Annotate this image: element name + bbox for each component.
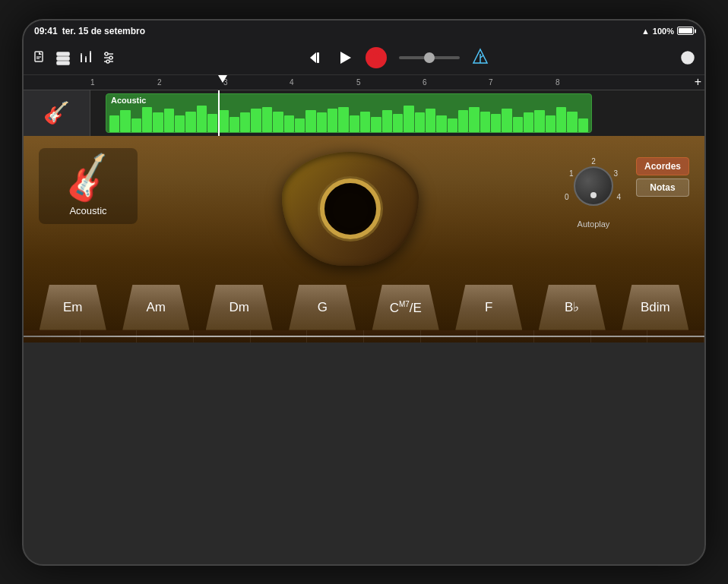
record-button[interactable] — [366, 47, 387, 68]
ruler: 1 2 3 4 5 6 7 8 + — [24, 75, 704, 90]
top-right-controls: 0 1 2 3 4 Autoplay Acordes — [563, 148, 689, 229]
autoplay-knob[interactable] — [574, 166, 613, 206]
knob-label-1: 1 — [569, 169, 574, 178]
track-header[interactable]: 🎸 — [24, 90, 90, 136]
svg-rect-4 — [57, 57, 69, 60]
status-bar: 09:41 ter. 15 de setembro ▲ 100% — [24, 21, 704, 42]
playhead-line — [218, 90, 220, 136]
ruler-mark-1: 1 — [90, 78, 95, 87]
notas-button[interactable]: Notas — [636, 178, 689, 197]
svg-marker-20 — [340, 52, 351, 64]
svg-rect-19 — [317, 52, 319, 63]
ruler-mark-6: 6 — [423, 78, 427, 87]
new-button[interactable] — [33, 50, 48, 65]
chord-am[interactable]: Am — [122, 285, 189, 330]
knob-label-3: 3 — [613, 169, 618, 178]
chord-bdim-label: Bdim — [641, 301, 670, 314]
status-time: 09:41 — [34, 26, 58, 36]
svg-point-15 — [105, 52, 108, 55]
instrument-area: 🎸 Acoustic 0 1 — [24, 136, 704, 343]
track-row: 🎸 Acoustic — [24, 90, 704, 136]
fretboard[interactable] — [24, 330, 704, 343]
chord-dm[interactable]: Dm — [206, 285, 273, 330]
metronome-button[interactable] — [472, 48, 489, 68]
svg-rect-6 — [81, 55, 82, 62]
guitar-thumbnail[interactable]: 🎸 Acoustic — [39, 148, 138, 224]
chord-bb[interactable]: B♭ — [539, 285, 606, 330]
chord-cm7e[interactable]: CM7/E — [372, 285, 439, 330]
chord-am-label: Am — [147, 301, 166, 314]
chord-em-label: Em — [63, 301, 83, 314]
string-6 — [24, 336, 704, 336]
svg-rect-8 — [85, 58, 87, 62]
acordes-button[interactable]: Acordes — [636, 157, 689, 175]
settings-button[interactable] — [101, 50, 116, 65]
svg-text:?: ? — [685, 53, 691, 62]
string-4 — [24, 336, 704, 337]
knob-label-0: 0 — [565, 193, 569, 201]
chord-f[interactable]: F — [455, 285, 522, 330]
knob-label-2: 2 — [591, 157, 596, 166]
svg-rect-10 — [90, 52, 91, 62]
mixer-button[interactable] — [78, 50, 93, 65]
chord-g-label: G — [318, 301, 328, 314]
playhead-marker — [218, 75, 227, 83]
svg-rect-3 — [57, 52, 69, 55]
knob-indicator — [590, 192, 597, 198]
tempo-slider[interactable] — [399, 56, 460, 59]
svg-rect-5 — [57, 62, 69, 65]
ruler-mark-4: 4 — [290, 78, 294, 87]
svg-rect-11 — [90, 51, 91, 52]
mode-buttons: Acordes Notas — [636, 157, 689, 197]
play-button[interactable] — [337, 49, 353, 66]
chord-bdim[interactable]: Bdim — [622, 285, 688, 330]
autoplay-knob-container: 0 1 2 3 4 — [563, 156, 624, 216]
status-date: ter. 15 de setembro — [62, 26, 145, 36]
chord-em[interactable]: Em — [40, 285, 106, 330]
toolbar: ? — [24, 42, 704, 75]
ruler-mark-5: 5 — [356, 78, 361, 87]
string-2 — [24, 336, 704, 337]
tracks-view-button[interactable] — [55, 50, 71, 65]
strings-container — [24, 330, 704, 343]
battery-label: 100% — [653, 27, 674, 36]
string-3 — [24, 336, 704, 337]
svg-marker-18 — [310, 52, 316, 63]
string-1 — [24, 336, 704, 337]
chord-g[interactable]: G — [289, 285, 356, 330]
svg-point-16 — [109, 56, 112, 59]
more-button[interactable]: ? — [680, 50, 695, 65]
string-5 — [24, 336, 704, 336]
sound-hole-container — [274, 148, 426, 270]
chord-bb-label: B♭ — [565, 301, 579, 314]
ruler-mark-8: 8 — [555, 78, 560, 87]
chord-f-label: F — [485, 301, 492, 314]
ruler-mark-2: 2 — [157, 78, 162, 87]
guitar-body-area — [153, 148, 548, 270]
add-track-button[interactable]: + — [695, 75, 701, 89]
wifi-icon: ▲ — [641, 27, 650, 36]
autoplay-label: Autoplay — [578, 219, 610, 229]
chord-dm-label: Dm — [229, 301, 249, 314]
instrument-top: 🎸 Acoustic 0 1 — [24, 136, 704, 277]
battery-icon — [677, 27, 694, 35]
chord-cm7e-label: CM7/E — [390, 301, 422, 314]
svg-rect-7 — [81, 53, 82, 55]
tracks-area: 1 2 3 4 5 6 7 8 + 🎸 — [24, 75, 704, 136]
chord-row: Em Am Dm G CM7/E F B♭ Bdim — [24, 277, 704, 330]
sound-hole — [320, 178, 381, 239]
knob-label-4: 4 — [616, 193, 621, 201]
track-content[interactable]: Acoustic — [90, 90, 704, 136]
clip-waves — [106, 105, 591, 132]
track-icon: 🎸 — [43, 100, 70, 125]
fret-lines — [24, 330, 704, 343]
rewind-button[interactable] — [308, 49, 324, 66]
guitar-body — [282, 152, 419, 266]
svg-point-17 — [106, 60, 109, 63]
guitar-large-icon: 🎸 — [59, 150, 119, 207]
svg-rect-9 — [85, 56, 87, 58]
ruler-mark-7: 7 — [489, 78, 493, 87]
autoplay-area: 0 1 2 3 4 Autoplay — [563, 156, 624, 229]
track-clip-acoustic[interactable]: Acoustic — [106, 93, 592, 133]
